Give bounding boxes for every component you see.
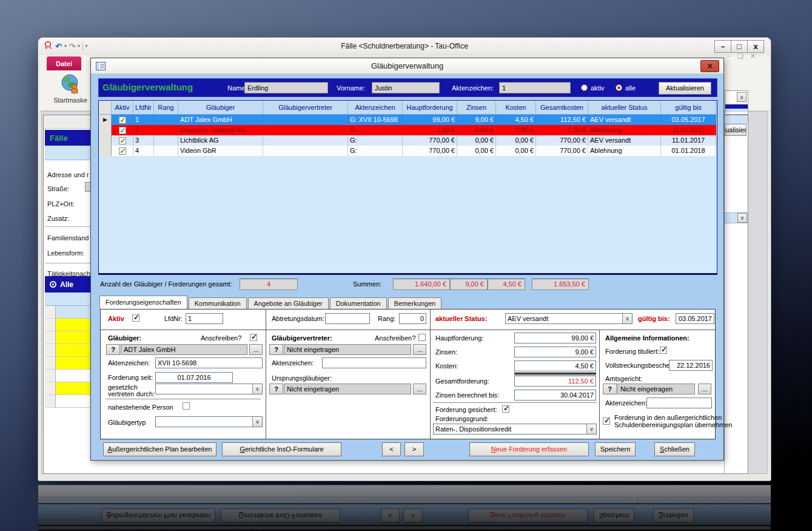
ursprung-value[interactable]: Nicht eingetragen [284,384,411,394]
redo-dropdown-icon[interactable] [78,44,80,49]
neue-forderung-button[interactable]: Neue Forderung erfassen [469,442,589,456]
redo-icon[interactable] [69,42,75,51]
abtretungsdatum-input[interactable] [325,313,370,324]
combo-arrow-icon[interactable] [737,213,747,223]
child-restore-icon[interactable] [737,52,743,60]
file-tab[interactable]: Datei [47,56,81,70]
header-gueltig-bis[interactable]: gültig bis [661,101,716,115]
chevron-down-icon[interactable] [252,417,262,427]
undo-dropdown-icon[interactable] [64,44,67,49]
maximize-button[interactable] [731,40,748,53]
aktiv-checkbox[interactable] [119,137,126,144]
status-combobox[interactable]: AEV versandt [505,313,632,324]
prev-record-button[interactable]: < [382,442,401,456]
grund-combobox[interactable]: Raten-, Dispositionskredit [433,424,597,435]
vertreter-anschreiben-checkbox[interactable] [418,334,426,341]
dialog-titlebar[interactable]: Gläubigerverwaltung [91,58,723,74]
table-row[interactable]: 4 Videon GbR G: 770,00 € 0,00 € 0,00 € 7… [99,146,716,156]
zinsen-input[interactable] [514,347,596,357]
combo-arrow-icon[interactable] [737,92,747,102]
header-status[interactable]: aktueller Status [588,101,661,115]
header-aktenzeichen[interactable]: Aktenzeichen [348,101,403,115]
minimize-button[interactable] [714,40,731,53]
glaeubigertyp-combobox[interactable] [155,416,263,427]
header-aktiv[interactable]: Aktiv [112,101,133,115]
radio-alle[interactable] [616,84,622,91]
next-record-button[interactable]: > [404,442,424,456]
speichern-button[interactable]: Speichern [595,442,636,456]
glaeubiger-lookup-button[interactable]: ? [106,344,120,355]
chevron-down-icon[interactable] [586,424,596,434]
forderung-seit-input[interactable] [155,372,233,383]
gl-aktenzeichen-input[interactable] [155,357,263,368]
vorname-input[interactable] [372,82,440,93]
gesamtforderung-input[interactable] [514,376,596,387]
name-input[interactable] [244,82,328,93]
tab-forderungseigenschaften[interactable]: Forderungseigenschaften [99,296,187,309]
header-glaeubiger[interactable]: Gläubiger [178,101,263,115]
lfdnr-input[interactable] [186,313,223,324]
table-row[interactable]: 2 Deutsche Telekom AG G: 1,00 € 0,00 € 0… [99,125,716,135]
tab-dokumentation[interactable]: Dokumentation [330,297,387,309]
undo-icon[interactable] [55,42,62,51]
aktenzeichen-input[interactable] [499,82,571,93]
aktiv-checkbox[interactable] [119,127,126,134]
ursprung-lookup-button[interactable]: ? [269,384,283,394]
aktiv-checkbox[interactable] [132,314,139,322]
vollstreckung-input[interactable] [669,360,713,371]
anschreiben-checkbox[interactable] [250,334,257,341]
tab-angebote[interactable]: Angebote an Gläubiger [248,297,329,309]
uebernehmen-checkbox[interactable] [603,418,610,425]
gesetzlich-combobox[interactable] [155,384,263,394]
child-close-icon[interactable] [750,52,756,60]
cell-aktiv[interactable] [112,146,133,156]
inso-formulare-button[interactable]: Gerichtliche InsO-Formulare [222,442,341,456]
header-zinsen[interactable]: Zinsen [457,101,496,115]
chevron-down-icon[interactable] [622,314,632,323]
aktualisieren-clipped-button[interactable]: ualisieren [725,124,747,136]
tituliert-checkbox[interactable] [660,347,667,354]
hauptforderung-input[interactable] [514,333,596,343]
gueltig-bis-input[interactable] [676,313,714,324]
header-gesamtkosten[interactable]: Gesamtkosten [536,101,588,115]
vertreter-lookup-button[interactable]: ? [269,344,283,355]
plan-bearbeiten-button[interactable]: Außergerichtlichen Plan bearbeiten [103,442,216,456]
header-lfdnr[interactable]: LfdNr [133,101,154,115]
header-hauptforderung[interactable]: Hauptforderung [403,101,457,115]
zinsen-bis-input[interactable] [514,390,596,401]
kosten-input[interactable] [514,360,596,371]
tab-bemerkungen[interactable]: Bemerkungen [388,297,442,309]
nahestehende-checkbox[interactable] [183,402,190,410]
cell-aktiv[interactable] [112,135,133,146]
customize-toolbar-icon[interactable] [86,44,88,49]
radio-aktiv[interactable] [581,84,588,91]
glaeubiger-value[interactable]: ADT Jalex GmbH [121,344,247,355]
chevron-down-icon[interactable] [252,384,262,394]
aktiv-checkbox[interactable] [119,147,126,155]
close-button[interactable] [747,40,764,53]
amtsgericht-value[interactable]: Nicht eingetragen [617,384,695,394]
table-row[interactable]: 3 Lichtblick AG G: 770,00 € 0,00 € 0,00 … [99,135,716,146]
cell-aktiv[interactable] [112,115,133,125]
header-rang[interactable]: Rang [154,101,178,115]
vertreter-aktenzeichen-input[interactable] [322,357,426,368]
vertreter-value[interactable]: Nicht eingetragen [284,344,411,355]
header-kosten[interactable]: Kosten [496,101,536,115]
amtsgericht-more-button[interactable]: ... [698,384,711,394]
glaeubiger-more-button[interactable]: ... [249,344,263,355]
schliessen-button[interactable]: Schließen [654,442,695,456]
ursprung-more-button[interactable]: ... [413,384,426,394]
header-glaeubigervertreter[interactable]: Gläubigervertreter [263,101,348,115]
alle-radio[interactable] [50,281,56,288]
rang-input[interactable] [399,313,426,324]
child-minimize-icon[interactable] [726,52,730,60]
ag-aktenzeichen-input[interactable] [646,397,712,408]
table-row[interactable]: 1 ADT Jalex GmbH G: XVII 10-5698 99,00 €… [99,115,716,125]
dialog-close-button[interactable] [700,60,719,72]
startmaske-button[interactable]: Startmaske [47,73,94,104]
vertreter-more-button[interactable]: ... [413,344,426,355]
tab-kommunikation[interactable]: Kommunikation [189,297,247,309]
amtsgericht-lookup-button[interactable]: ? [603,384,617,394]
cell-aktiv[interactable] [112,125,133,135]
gesichert-checkbox[interactable] [502,405,509,413]
